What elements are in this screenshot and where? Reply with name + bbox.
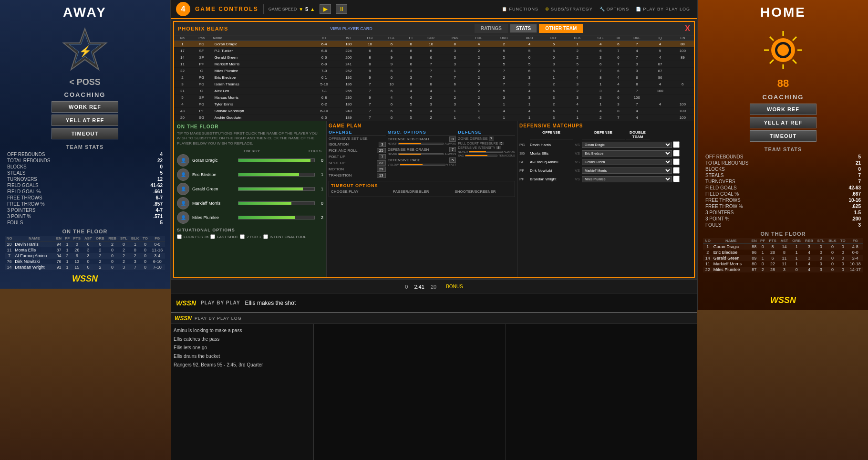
pause-button[interactable]: ⏸ [336,4,347,14]
player-name-label: Markieff Morris [192,201,235,206]
speed-up-icon[interactable]: ▲ [310,7,315,12]
home-player-row[interactable]: 2Eric Bledsoe961288140000-0 [703,250,863,255]
fouls-col-header: FOULS [309,149,321,153]
clock: 2:41 [414,284,424,290]
offensive-set-label: OFFENSIVE SET USE [329,136,386,141]
home-coaching-label: COACHING [763,94,804,101]
col-blk: BLK [129,236,141,241]
view-player-card[interactable]: VIEW PLAYER CARD [330,26,372,31]
home-player-table: NO NAME EN PF PTS AST ORB REB STL BLK TO… [703,238,863,272]
defense-select[interactable]: Miles Plumlee [582,176,672,182]
tab-other-team[interactable]: OTHER TEAM [539,24,583,33]
game-speed-control: GAME SPEED ▼ 5 ▲ [269,6,315,12]
look-for-3s[interactable]: LOOK FOR 3s [177,234,208,239]
away-stat-row: FREE THROWS6-7 [5,195,165,201]
away-yell-ref-button[interactable]: YELL AT REF [52,115,118,126]
stats-player-row[interactable]: 43PFShavlik Randolph6-102407654114441484… [174,108,694,115]
on-floor-player-row[interactable]: 👤 Markieff Morris 0 [177,197,323,209]
score-away: 0 [405,284,408,290]
on-floor-player-row[interactable]: 👤 Gerald Green 1 [177,183,323,195]
subs-strategy-nav[interactable]: ⚙ SUBS/STRATEGY [543,6,595,12]
tab-ratings[interactable]: RATINGS [475,24,508,33]
bottom-area: ON THE FLOOR TIP TO MAKE SUBSTITUTIONS F… [174,121,694,277]
away-stat-row: FOULS5 [5,220,165,226]
home-yell-ref-button[interactable]: YELL AT REF [750,117,816,128]
double-team-check[interactable] [673,167,680,174]
away-player-row[interactable]: 20Devin Harris94106020100-0 [5,241,165,248]
away-stat-row: TURNOVERS12 [5,176,165,182]
away-work-ref-button[interactable]: WORK REF [52,101,118,113]
close-phoenix-button[interactable]: X [685,24,690,33]
on-floor-player-row[interactable]: 👤 Eric Bledsoe 1 [177,168,323,181]
passer-label: PASSER/DRIBBLER [393,189,451,194]
on-floor-player-row[interactable]: 👤 Goran Dragic 0 [177,154,323,167]
th-ht: HT [311,35,337,41]
home-logo [759,26,807,74]
home-player-row[interactable]: 14Gerald Green891611130002-4 [703,255,863,261]
stats-player-row[interactable]: 11PFMarkieff Morris6-9241896733553567387 [174,61,694,68]
pbp-log-nav[interactable]: 📄 PLAY BY PLAY LOG [634,6,692,12]
stats-player-row[interactable]: 2PGEric Bledsoe6-1192963772231484696 [174,74,694,81]
th-drl: DRL [625,35,649,41]
home-work-ref-button[interactable]: WORK REF [750,104,816,115]
double-team-check[interactable] [673,176,680,182]
bonus-label: BONUS [446,284,463,289]
home-panel: HOME 88 COACHING WORK REF YELL AT REF TI… [697,0,868,310]
home-team-stats: TEAM STATS OFF REBOUNDS5TOTAL REBOUNDS21… [703,146,863,228]
shooter-label: SHOOTER/SCREENER [455,189,513,194]
away-player-row[interactable]: 76Dirk Nowitzki761130202306-10 [5,259,165,264]
tab-stats[interactable]: STATS [510,24,537,33]
misc-option-row: OFFENSE REB CRASH 8 NEVER ALWAYS [388,136,456,145]
home-player-row[interactable]: 1Goran Dragic880814130004-8 [703,244,863,250]
stats-player-row[interactable]: 22CMiles Plumlee7-0252963712765476387 [174,68,694,74]
speed-down-icon[interactable]: ▼ [299,7,303,12]
defense-select[interactable]: Markieff Morris [582,167,672,174]
matchup-row: PG Devin Harris VS Goran Dragic [519,141,692,148]
stats-player-row[interactable]: 21CAlex Len7-12557644125442347100 [174,88,694,94]
home-timeout-button[interactable]: TIMEOUT [750,130,816,142]
stats-player-row[interactable]: 5SFMarcus Morris6-8230944222333336100 [174,94,694,101]
home-col-pf: PF [758,238,767,244]
stats-player-row[interactable]: 3PGIsaiah Thomas5-101867108865722314846 [174,81,694,88]
pbp-log-entry: Ellis catches the pass [174,335,310,343]
stats-player-row[interactable]: 1PGGoran Dragic6-4180106810842461467488 [174,41,694,48]
pbp-icon: 📄 [636,7,641,11]
last-shot[interactable]: LAST SHOT [210,234,238,239]
functions-nav[interactable]: 📋 FUNCTIONS [500,6,540,12]
home-wssn-logo: WSSN [770,292,796,305]
timeout-options-content: CHOOSE PLAY PASSER/DRIBBLER SHOOTER/SCRE… [331,189,513,195]
away-timeout-button[interactable]: TIMEOUT [52,128,118,139]
options-nav[interactable]: 🔧 OPTIONS [598,6,631,12]
subs-icon: ⚙ [545,7,549,11]
play-button[interactable]: ▶ [320,4,331,14]
pbp-log-entry: Rangers 92, Beams 95 - 2:45, 3rd Quarter [174,361,310,369]
away-player-row[interactable]: 7Al-Farouq Aminu94263202203-4 [5,253,165,259]
stats-player-row[interactable]: 17SFP.J. Tucker6-622464863255626745100 [174,48,694,54]
away-player-row[interactable]: 11Monta Ellis8712632020011-16 [5,247,165,253]
away-stat-row: FREE THROW %.857 [5,201,165,207]
th-name: Name [212,35,311,41]
defense-select[interactable]: Goran Dragic [582,142,672,148]
home-player-row[interactable]: 22Miles Plumlee8722830430014-17 [703,267,863,272]
double-team-check[interactable] [673,141,680,148]
defense-select[interactable]: Gerald Green [582,159,672,165]
th-hol: HOL [466,35,491,41]
defense-select[interactable]: Eric Bledsoe [582,150,672,157]
offense-option-row: TRANSITION13 [329,173,386,178]
intentional-foul[interactable]: INTENTIONAL FOUL [263,234,306,239]
away-player-row[interactable]: 34Brandan Wright911150203707-10 [5,264,165,270]
col-no: NO [5,236,14,241]
stats-player-row[interactable]: 14SFGerald Green6-62008986325062367489 [174,54,694,61]
home-col-to: TO [838,238,847,244]
double-team-check[interactable] [673,158,680,165]
score-bar: 0 2:41 20 BONUS [171,280,697,293]
on-floor-player-row[interactable]: 👤 Miles Plumlee 2 [177,211,323,224]
channel-logo: 4 [176,2,190,16]
home-stat-row: TURNOVERS7 [703,178,863,185]
stats-player-row[interactable]: 4PGTyler Ennis6-218076533511241374100 [174,101,694,108]
energy-bar-container [238,216,315,220]
stats-player-row[interactable]: 20SGArchie Goodwin6-51897652141131274100 [174,115,694,121]
home-player-row[interactable]: 11Markieff Morris80022111400010-18 [703,261,863,267]
double-team-check[interactable] [673,150,680,157]
2-for-1[interactable]: 2 FOR 1 [240,234,261,239]
